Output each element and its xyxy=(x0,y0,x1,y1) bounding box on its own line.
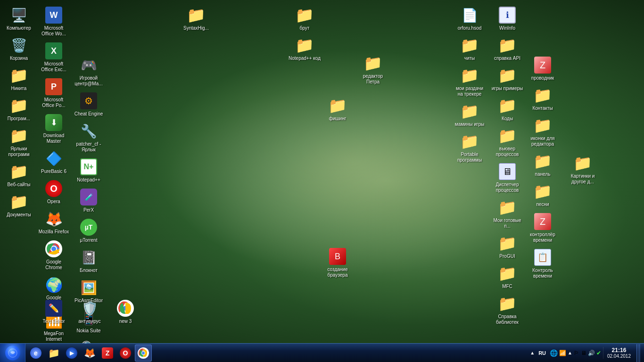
desktop-icon-patcher[interactable]: 🔧 patcher_cf - Ярлык xyxy=(72,120,106,155)
desktop-icon-excel[interactable]: X Microsoft Office Exc... xyxy=(37,40,71,74)
desktop-icon-brut[interactable]: 📁 брут xyxy=(288,4,322,33)
panel-folder-icon: 📁 xyxy=(533,152,552,171)
desktop-icon-cheat-engine[interactable]: ⚙ Cheat Engine xyxy=(72,90,106,119)
desktop-icon-opera[interactable]: O Opera xyxy=(37,177,71,206)
desktop-icon-utorrent[interactable]: µT μTorrent xyxy=(72,216,106,245)
maminy-folder-icon: 📁 xyxy=(460,102,479,121)
show-desktop-button[interactable] xyxy=(636,344,640,362)
desktop-icon-nikita[interactable]: 📁 Никита xyxy=(2,64,36,93)
desktop-icon-igry-primery[interactable]: 📁 игры примеры xyxy=(490,64,524,93)
icon-label: Text Editor xyxy=(42,319,65,324)
taskbar-systray: ▲ RU 🌐 📶 ▲ 🏳 🖥 🔊 ✔ 21:16 02.04.2012 xyxy=(526,344,644,362)
icon-label: ProGUI xyxy=(499,254,515,259)
word-icon: W xyxy=(44,6,63,25)
icon-label: Картинки и другое д... xyxy=(567,173,599,185)
taskbar: e 📁 ▶ 🦊 Z O xyxy=(0,343,644,362)
desktop-icon-websites[interactable]: 📁 Веб-сайты xyxy=(2,160,36,189)
desktop-icon-moi-razdachi[interactable]: 📁 мои раздачи на трекере xyxy=(453,64,487,99)
desktop-icon-game-center[interactable]: 🎮 Игровой центр@Ма... xyxy=(72,54,106,89)
start-button[interactable] xyxy=(0,344,25,362)
taskbar-chrome-button[interactable] xyxy=(135,345,152,362)
icon-label: Microsoft Office Wo... xyxy=(38,25,70,37)
desktop-icon-notepad[interactable]: 📓 Блокнот xyxy=(72,246,106,275)
icon-label: μTorrent xyxy=(80,238,98,243)
desktop-icon-kody[interactable]: 📁 Коды xyxy=(490,94,524,123)
desktop-icon-spravka-lib[interactable]: 📁 Справка библиотек xyxy=(490,292,524,327)
desktop-icon-controller[interactable]: Z контроллёр времени xyxy=(526,210,560,245)
desktop-icon-syntaxhigh[interactable]: 📁 SyntaxHig... xyxy=(179,4,213,33)
desktop-icon-dispatcher[interactable]: 🖥 Диспетчер процессов xyxy=(490,160,524,195)
desktop-icon-chrome3[interactable]: new 3 xyxy=(108,297,142,326)
kody-folder-icon: 📁 xyxy=(498,96,517,115)
controller-icon: Z xyxy=(533,212,552,231)
icon-label: читы xyxy=(464,56,475,61)
patcher-icon: 🔧 xyxy=(79,122,98,140)
desktop-icon-editor-petr[interactable]: 📁 редактор Петра xyxy=(356,52,390,87)
desktop-icon-icons-editor[interactable]: 📁 иконки для редактора xyxy=(526,114,560,149)
folder-icon: 📁 xyxy=(9,96,28,115)
desktop-icon-download-master[interactable]: ⬇ Download Master xyxy=(37,111,71,146)
desktop-icon-provodnik[interactable]: Z проводник xyxy=(526,54,560,83)
desktop-icon-portable[interactable]: 📁 Portable программы xyxy=(453,130,487,165)
desktop-icon-kartinki[interactable]: 📁 Картинки и другое д... xyxy=(566,152,600,187)
desktop-icon-computer[interactable]: 🖥️ Компьютер xyxy=(2,4,36,33)
desktop-icon-docs[interactable]: 📁 Документы xyxy=(2,190,36,220)
icon-label: редактор Петра xyxy=(357,74,389,85)
folder-icon: 📁 xyxy=(9,66,28,85)
desktop-icon-shortcuts[interactable]: 📁 Ярлыки программ xyxy=(2,124,36,159)
taskbar-zed-button[interactable]: Z xyxy=(99,345,116,362)
desktop-icon-notepadkod[interactable]: 📁 Notepad++ код xyxy=(288,34,322,63)
desktop-icon-chrome[interactable]: Google Chrome xyxy=(37,238,71,272)
syntaxhigh-folder-icon: 📁 xyxy=(187,6,206,25)
icons-editor-folder-icon: 📁 xyxy=(533,116,552,135)
desktop-icon-programs[interactable]: 📁 Програм... xyxy=(2,94,36,123)
phishing-folder-icon: 📁 xyxy=(328,96,347,115)
desktop-icon-control-time[interactable]: 📋 Контроль времени xyxy=(526,246,560,281)
systray-expand-button[interactable]: ▲ xyxy=(530,350,535,355)
desktop-icon-browser-create[interactable]: B создание браузера xyxy=(321,245,355,280)
flag-icon: 🏳 xyxy=(574,350,579,356)
moi-razdachi-folder-icon: 📁 xyxy=(460,66,479,85)
desktop-icon-chity[interactable]: 📁 читы xyxy=(453,34,487,63)
security-icon: ✔ xyxy=(596,350,601,356)
desktop-icon-viewer[interactable]: 📁 вьювер процессов xyxy=(490,124,524,159)
icon-label: мои раздачи на трекере xyxy=(454,86,486,97)
desktop-icon-progui[interactable]: 📁 ProGUI xyxy=(490,232,524,261)
taskbar-wmp-button[interactable]: ▶ xyxy=(63,345,80,362)
desktop-icon-firefox[interactable]: 🦊 Mozilla Firefox xyxy=(37,207,71,237)
desktop-icon-phishing[interactable]: 📁 фишинг xyxy=(321,94,355,123)
monitor-icon: 🖥 xyxy=(581,350,586,356)
desktop-icon-ppt[interactable]: P Microsoft Office Po... xyxy=(37,75,71,110)
desktop-icon-notepadpp[interactable]: N+ Notepad++ xyxy=(72,156,106,185)
icon-label: брут xyxy=(300,25,310,31)
desktop-icon-antivirus[interactable]: 🛡️ антивирус xyxy=(73,297,107,326)
desktop-icon-kontakty[interactable]: 📁 Контакты xyxy=(526,84,560,113)
desktop-icon-panel[interactable]: 📁 панель xyxy=(526,150,560,179)
desktop-icon-trash[interactable]: 🗑️ Корзина xyxy=(2,34,36,63)
chity-folder-icon: 📁 xyxy=(460,36,479,55)
desktop-icon-word[interactable]: W Microsoft Office Wo... xyxy=(37,4,71,39)
desktop-icon-wininfo[interactable]: ℹ WinInfo xyxy=(490,4,524,33)
desktop-icon-songs[interactable]: 📁 песни xyxy=(526,180,560,209)
desktop-icon-perx[interactable]: 🧪 PerX xyxy=(72,186,106,215)
desktop-icon-purebasic6[interactable]: 🔷 PureBasic 6 xyxy=(37,147,71,176)
desktop-icon-spravka-api[interactable]: 📁 справка API xyxy=(490,34,524,63)
language-indicator[interactable]: RU xyxy=(537,349,548,357)
icon-label: Download Master xyxy=(38,133,70,144)
taskbar-explorer-button[interactable]: 📁 xyxy=(45,345,62,362)
clock-date: 02.04.2012 xyxy=(607,354,631,359)
taskbar-ie-button[interactable]: e xyxy=(27,345,44,362)
expand-arrow[interactable]: ▲ xyxy=(568,350,572,355)
desktop-icon-maminy[interactable]: 📁 мамины игры xyxy=(453,100,487,129)
desktop-icon-text-editor2[interactable]: ✏️ Text Editor xyxy=(37,297,71,326)
taskbar-opera-button[interactable]: O xyxy=(117,345,134,362)
trash-icon: 🗑️ xyxy=(9,36,28,55)
icon-label: Mozilla Firefox xyxy=(39,229,69,235)
desktop-icon-orforu[interactable]: 📄 orforu.hsod xyxy=(453,4,487,33)
taskbar-firefox-button[interactable]: 🦊 xyxy=(81,345,98,362)
desktop-icon-mfc[interactable]: 📁 MFC xyxy=(490,262,524,291)
desktop-icon-moi-gotovye[interactable]: 📁 Мои готовые п... xyxy=(490,196,524,231)
provodnik-icon: Z xyxy=(533,56,552,74)
clock-time: 21:16 xyxy=(612,347,627,354)
clock[interactable]: 21:16 02.04.2012 xyxy=(603,347,635,359)
